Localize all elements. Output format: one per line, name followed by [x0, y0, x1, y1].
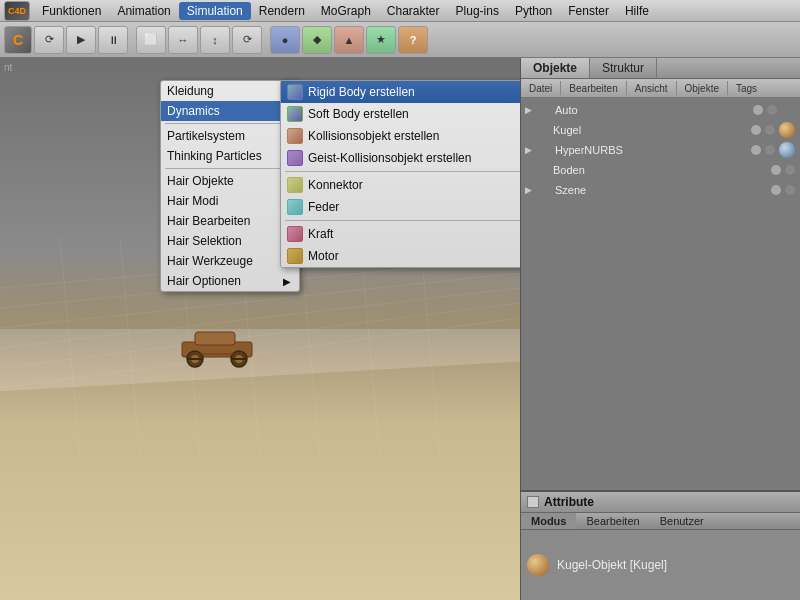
menu-mograph[interactable]: MoGraph	[313, 2, 379, 20]
tab-objekte[interactable]: Objekte	[521, 58, 590, 78]
icon-force	[287, 226, 303, 242]
icon-soft-body	[287, 106, 303, 122]
menu-hair-werkzeuge[interactable]: Hair Werkzeuge ▶	[161, 251, 299, 271]
simulation-menu[interactable]: Kleidung ▶ Dynamics ▶ Partikelsystem ▶ T…	[160, 80, 300, 292]
icon-connector	[287, 177, 303, 193]
attr-tabs: Modus Bearbeiten Benutzer	[521, 513, 800, 530]
menu-separator-1	[165, 123, 295, 124]
menu-connector[interactable]: Konnektor	[281, 174, 520, 196]
icon-spring	[287, 199, 303, 215]
menu-dynamics[interactable]: Dynamics ▶	[161, 101, 299, 121]
obj-toolbar-ansicht[interactable]: Ansicht	[631, 82, 672, 95]
toolbar-btn-2[interactable]: ⟳	[34, 26, 64, 54]
obj-icons-boden	[770, 165, 796, 175]
obj-row-auto[interactable]: ▶ Auto	[521, 100, 800, 120]
menu-python[interactable]: Python	[507, 2, 560, 20]
menu-rendern[interactable]: Rendern	[251, 2, 313, 20]
viewport[interactable]: nt Kleidung ▶ Dynamics ▶ Partikelsystem …	[0, 58, 520, 600]
toolbar-btn-3[interactable]: ▶	[66, 26, 96, 54]
menu-spring[interactable]: Feder	[281, 196, 520, 218]
obj-toolbar-objekte[interactable]: Objekte	[681, 82, 723, 95]
obj-sphere-hn	[779, 142, 795, 158]
menu-thinking-particles[interactable]: Thinking Particles ▶	[161, 146, 299, 166]
menu-kleidung[interactable]: Kleidung ▶	[161, 81, 299, 101]
obj-dot-boden-1	[771, 165, 781, 175]
submenu-arrow-hair-opt: ▶	[283, 276, 291, 287]
svg-line-11	[360, 238, 380, 458]
toolbar-dynamics-2[interactable]: ◆	[302, 26, 332, 54]
menu-simulation[interactable]: Simulation	[179, 2, 251, 20]
attr-tab-modus[interactable]: Modus	[521, 513, 576, 529]
menu-funktionen[interactable]: Funktionen	[34, 2, 109, 20]
attr-title: Attribute	[544, 495, 594, 509]
main-area: nt Kleidung ▶ Dynamics ▶ Partikelsystem …	[0, 58, 800, 600]
obj-name-auto: Auto	[555, 104, 752, 116]
tab-struktur[interactable]: Struktur	[590, 58, 657, 78]
toolbar-btn-1[interactable]: C	[4, 26, 32, 54]
obj-toolbar-bearbeiten[interactable]: Bearbeiten	[565, 82, 621, 95]
toolbar-btn-7[interactable]: ↕	[200, 26, 230, 54]
icon-collision	[287, 128, 303, 144]
toolbar-btn-8[interactable]: ⟳	[232, 26, 262, 54]
obj-toolbar-tags[interactable]: Tags	[732, 82, 761, 95]
menu-hair-optionen[interactable]: Hair Optionen ▶	[161, 271, 299, 291]
expand-szene[interactable]: ▶	[525, 185, 537, 195]
menu-hair-objekte[interactable]: Hair Objekte ▶	[161, 171, 299, 191]
obj-icon-auto	[781, 103, 795, 117]
menu-separator-2	[165, 168, 295, 169]
car-model	[177, 322, 267, 372]
menu-hair-modi[interactable]: Hair Modi ▶	[161, 191, 299, 211]
menu-motor[interactable]: Motor	[281, 245, 520, 267]
obj-row-kugel[interactable]: Kugel	[521, 120, 800, 140]
menu-partikelsystem[interactable]: Partikelsystem ▶	[161, 126, 299, 146]
expand-hypernurbs[interactable]: ▶	[525, 145, 537, 155]
dynamics-submenu[interactable]: Rigid Body erstellen Soft Body erstellen…	[280, 80, 520, 268]
obj-icons-hypernurbs	[750, 142, 796, 158]
right-panel: Objekte Struktur Datei Bearbeiten Ansich…	[520, 58, 800, 600]
icon-ghost-collision	[287, 150, 303, 166]
menu-animation[interactable]: Animation	[109, 2, 178, 20]
menu-hilfe[interactable]: Hilfe	[617, 2, 657, 20]
menu-plugins[interactable]: Plug-ins	[448, 2, 507, 20]
menu-soft-body[interactable]: Soft Body erstellen	[281, 103, 520, 125]
obj-row-boden[interactable]: Boden	[521, 160, 800, 180]
menubar: C4D Funktionen Animation Simulation Rend…	[0, 0, 800, 22]
toolbar-btn-5[interactable]: ⬜	[136, 26, 166, 54]
menu-charakter[interactable]: Charakter	[379, 2, 448, 20]
obj-dot-boden-2	[785, 165, 795, 175]
menu-fenster[interactable]: Fenster	[560, 2, 617, 20]
menu-force[interactable]: Kraft	[281, 223, 520, 245]
menu-ghost-collision[interactable]: Geist-Kollisionsobjekt erstellen	[281, 147, 520, 169]
toolbar-btn-4[interactable]: ⏸	[98, 26, 128, 54]
attr-sphere-icon	[527, 554, 549, 576]
obj-toolbar-datei[interactable]: Datei	[525, 82, 556, 95]
svg-rect-14	[195, 332, 235, 345]
menu-collision[interactable]: Kollisionsobjekt erstellen	[281, 125, 520, 147]
dynamics-separator-1	[285, 171, 520, 172]
toolbar-dynamics-3[interactable]: ▲	[334, 26, 364, 54]
obj-row-hypernurbs[interactable]: ▶ HyperNURBS	[521, 140, 800, 160]
obj-name-hypernurbs: HyperNURBS	[555, 144, 750, 156]
toolbar-sep-2	[626, 81, 627, 95]
attr-tab-bearbeiten[interactable]: Bearbeiten	[576, 513, 649, 529]
menu-hair-bearbeiten[interactable]: Hair Bearbeiten ▶	[161, 211, 299, 231]
svg-line-6	[60, 238, 80, 458]
expand-auto[interactable]: ▶	[525, 105, 537, 115]
obj-icons-auto	[752, 103, 796, 117]
toolbar-btn-6[interactable]: ↔	[168, 26, 198, 54]
menu-hair-selektion[interactable]: Hair Selektion ▶	[161, 231, 299, 251]
attr-checkbox[interactable]	[527, 496, 539, 508]
obj-dot-auto-1	[753, 105, 763, 115]
menu-rigid-body[interactable]: Rigid Body erstellen	[281, 81, 520, 103]
objects-toolbar: Datei Bearbeiten Ansicht Objekte Tags	[521, 79, 800, 98]
obj-dot-auto-2	[767, 105, 777, 115]
obj-dot-szene-1	[771, 185, 781, 195]
svg-line-12	[420, 238, 440, 458]
toolbar-dynamics-1[interactable]: ●	[270, 26, 300, 54]
toolbar-dynamics-4[interactable]: ★	[366, 26, 396, 54]
toolbar-question[interactable]: ?	[398, 26, 428, 54]
obj-row-szene[interactable]: ▶ Szene	[521, 180, 800, 200]
attr-tab-benutzer[interactable]: Benutzer	[650, 513, 714, 529]
objects-panel: Objekte Struktur Datei Bearbeiten Ansich…	[521, 58, 800, 490]
attr-content: Kugel-Objekt [Kugel]	[521, 530, 800, 600]
